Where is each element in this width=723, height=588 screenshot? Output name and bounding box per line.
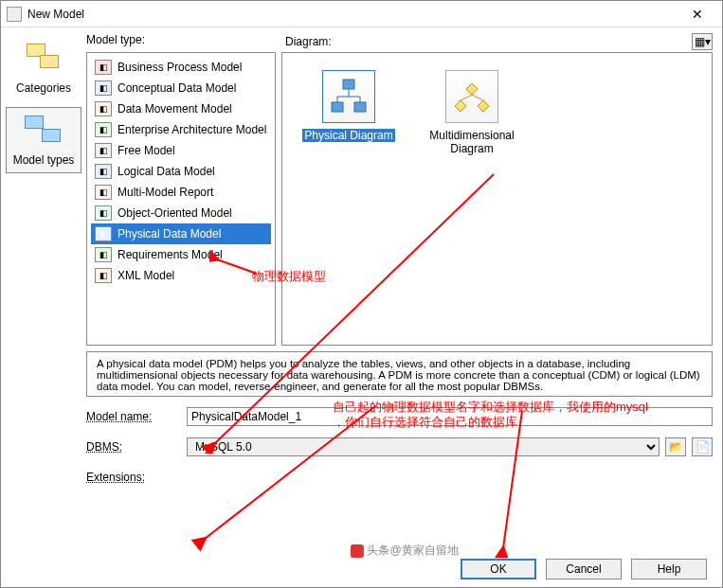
- svg-rect-1: [332, 102, 343, 112]
- list-item[interactable]: ◧Object-Oriented Model: [91, 203, 271, 223]
- cancel-button[interactable]: Cancel: [546, 559, 622, 579]
- svg-marker-5: [478, 100, 489, 112]
- list-item[interactable]: ◧Multi-Model Report: [91, 182, 271, 203]
- list-item[interactable]: ◧Business Process Model: [91, 57, 271, 78]
- diagram-label: Physical Diagram: [302, 129, 394, 142]
- browse-dbms-button[interactable]: 📂: [665, 437, 686, 456]
- titlebar: New Model ✕: [1, 1, 722, 27]
- multidim-diagram-icon: [445, 70, 498, 123]
- model-type-header: Model type:: [86, 33, 276, 50]
- window-title: New Model: [27, 8, 678, 21]
- model-types-button[interactable]: Model types: [6, 107, 81, 173]
- diagram-label: Multidimensional Diagram: [429, 129, 514, 155]
- dialog-window: New Model ✕ Categories Model types: [0, 0, 723, 588]
- grid-icon: ▦▾: [695, 35, 711, 48]
- svg-rect-0: [343, 80, 354, 89]
- diagram-item-physical[interactable]: Physical Diagram: [301, 70, 396, 142]
- help-button[interactable]: Help: [631, 559, 707, 579]
- folder-open-icon: 📂: [669, 440, 683, 454]
- list-item[interactable]: ◧Data Movement Model: [91, 98, 271, 119]
- categories-label: Categories: [9, 81, 79, 95]
- model-icon: ◧: [95, 185, 112, 200]
- view-options-button[interactable]: ▦▾: [692, 33, 713, 50]
- ok-button[interactable]: OK: [461, 559, 536, 579]
- list-item[interactable]: ◧Requirements Model: [91, 244, 271, 265]
- model-name-label: Model name:: [86, 410, 181, 423]
- categories-button[interactable]: Categories: [6, 35, 81, 101]
- description-box: A physical data model (PDM) helps you to…: [86, 351, 713, 397]
- model-types-icon: [21, 114, 66, 150]
- svg-rect-2: [354, 102, 366, 112]
- list-item[interactable]: ◧Logical Data Model: [91, 161, 271, 182]
- watermark-icon: [350, 544, 363, 558]
- dbms-properties-button[interactable]: 📄: [692, 437, 713, 456]
- folder-icon: [21, 42, 66, 78]
- properties-icon: 📄: [696, 440, 710, 454]
- model-type-list[interactable]: ◧Business Process Model ◧Conceptual Data…: [86, 52, 276, 346]
- model-icon: ◧: [95, 205, 112, 221]
- model-icon: ◧: [95, 80, 112, 96]
- right-area: Model type: Diagram: ▦▾ ◧Business Proces…: [86, 27, 722, 587]
- app-icon: [7, 7, 22, 22]
- diagram-header: Diagram:: [285, 35, 332, 48]
- model-icon: ◧: [95, 226, 112, 241]
- list-item[interactable]: ◧XML Model: [91, 265, 271, 286]
- extensions-label: Extensions:: [86, 471, 181, 484]
- content-area: Categories Model types Model type: Diagr…: [1, 27, 722, 587]
- diagram-item-multidim[interactable]: Multidimensional Diagram: [425, 70, 519, 155]
- model-icon: ◧: [95, 268, 112, 283]
- category-column: Categories Model types: [1, 27, 86, 587]
- list-item-selected[interactable]: ◧Physical Data Model: [91, 223, 271, 244]
- list-item[interactable]: ◧Free Model: [91, 140, 271, 161]
- list-item[interactable]: ◧Conceptual Data Model: [91, 78, 271, 98]
- model-icon: ◧: [95, 164, 112, 179]
- model-name-input[interactable]: [187, 407, 713, 426]
- physical-diagram-icon: [322, 70, 375, 123]
- svg-marker-3: [466, 83, 478, 95]
- list-item[interactable]: ◧Enterprise Architecture Model: [91, 119, 271, 140]
- model-icon: ◧: [95, 247, 112, 262]
- watermark: 头条@黄家自留地: [350, 543, 458, 559]
- dbms-label: DBMS:: [86, 440, 181, 454]
- dbms-select[interactable]: MySQL 5.0: [187, 437, 660, 456]
- model-types-label: Model types: [9, 153, 79, 167]
- model-icon: ◧: [95, 101, 112, 116]
- model-icon: ◧: [95, 122, 112, 137]
- model-icon: ◧: [95, 60, 112, 75]
- button-row: OK Cancel Help: [461, 559, 707, 579]
- diagram-panel: Physical Diagram Multidimensional Diagra…: [281, 52, 713, 346]
- model-icon: ◧: [95, 143, 112, 158]
- svg-marker-4: [455, 100, 466, 112]
- close-button[interactable]: ✕: [678, 7, 716, 22]
